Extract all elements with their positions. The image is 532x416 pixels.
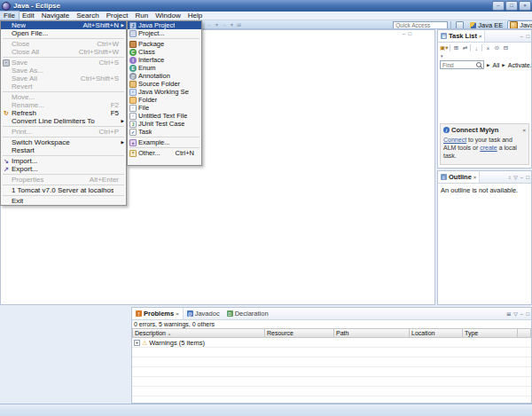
file-menu-item-1-tomcat-v7-0-server-at-localhost-se[interactable]: 1 Tomcat v7.0 Server at localhost [Se...… [1,186,126,194]
file-menu-item-close[interactable]: CloseCtrl+W [1,40,126,48]
search-icon[interactable]: ⊙ [493,44,500,51]
close-icon[interactable]: × [522,128,526,133]
column-header-description[interactable]: Description▲ [132,328,265,338]
menu-project[interactable]: Project [103,12,132,20]
quick-access-input[interactable] [393,21,448,29]
menu-navigate[interactable]: Navigate [38,12,74,20]
file-menu-item-move[interactable]: Move... [1,93,126,101]
minimize-icon[interactable]: − [520,34,524,39]
new-submenu-item-file[interactable]: File [128,104,201,112]
close-icon[interactable]: × [176,311,179,317]
tab-problems[interactable]: ! Problems × [132,308,184,319]
menu-item-label: JUnit Test Case [138,120,184,128]
file-menu-item-revert[interactable]: Revert [1,82,126,90]
file-menu-item-open-file[interactable]: Open File... [1,29,126,37]
file-menu-item-save-as[interactable]: Save As... [1,67,126,75]
tab-declaration[interactable]: D Declaration [223,308,272,319]
categorized-icon[interactable]: ⊞ [452,44,459,51]
problems-row-warnings[interactable]: +⚠Warnings (5 items) [132,338,531,348]
new-submenu-item-junit-test-case[interactable]: JUnit Test Case [128,120,201,128]
new-submenu-item-task[interactable]: Task [128,128,201,136]
tab-outline[interactable]: ≡ Outline × [438,171,480,183]
view-menu-icon[interactable]: ▽ [513,175,518,180]
minimize-window-button[interactable]: − [492,1,505,11]
file-menu-item-new[interactable]: NewAlt+Shift+N▶ [1,21,126,29]
dropdown-icon[interactable]: ▾ [215,22,218,27]
toolbar-overflow-chevron-icon[interactable]: ▾ [438,53,531,59]
perspective-java-button[interactable]: Java [507,20,532,29]
column-header-location[interactable]: Location [410,328,463,338]
collapse-all-icon[interactable]: ⊟ [502,44,509,51]
new-submenu-item-java-working-set[interactable]: Java Working Set [128,88,201,96]
file-menu-item-rename[interactable]: Rename...F2 [1,101,126,109]
tab-javadoc[interactable]: @ Javadoc [184,308,223,319]
open-perspective-button[interactable] [454,21,466,29]
new-submenu-item-example[interactable]: Example... [128,138,201,146]
new-task-icon[interactable]: ▣▾ [440,44,448,51]
file-menu-item-save[interactable]: SaveCtrl+S [1,59,126,67]
file-menu-item-exit[interactable]: Exit [1,197,126,205]
file-menu-item-convert-line-delimiters-to[interactable]: Convert Line Delimiters To▶ [1,117,126,125]
expander-icon[interactable]: + [134,340,140,346]
back-arrow-icon[interactable]: ← [207,22,212,27]
new-submenu-item-enum[interactable]: Enum [128,64,201,72]
menu-search[interactable]: Search [73,12,102,20]
close-icon[interactable]: × [473,175,477,180]
new-submenu-item-folder[interactable]: Folder [128,96,201,104]
close-icon[interactable]: × [479,34,482,39]
create-task-link[interactable]: create [480,145,497,151]
menu-window[interactable]: Window [152,12,184,20]
column-header-resource[interactable]: Resource [265,328,334,338]
new-submenu-item-annotation[interactable]: Annotation [128,72,201,80]
file-menu-item-import[interactable]: Import... [1,157,126,165]
column-header-type[interactable]: Type [463,328,518,338]
file-menu-item-refresh[interactable]: RefreshF5 [1,109,126,117]
filter-all-link[interactable]: All [492,62,499,68]
new-submenu-item-untitled-text-file[interactable]: Untitled Text File [128,112,201,120]
scheduled-icon[interactable]: ↓ [473,44,480,51]
new-submenu-item-other[interactable]: Other...Ctrl+N [128,149,201,157]
maximize-icon[interactable]: □ [408,31,411,36]
new-submenu-item-package[interactable]: Package [128,40,201,48]
file-menu-item-close-all[interactable]: Close AllCtrl+Shift+W [1,48,126,56]
dropdown-icon[interactable]: ▾ [231,22,233,27]
maximize-window-button[interactable]: □ [505,1,518,11]
file-menu-item-print[interactable]: Print...Ctrl+P [1,128,126,136]
filters-icon[interactable]: ⊞ [506,311,511,317]
activate-link[interactable]: Activate... [508,62,532,68]
minimize-icon[interactable]: − [520,175,524,180]
new-submenu-item-interface[interactable]: Interface [128,56,201,64]
new-submenu-item-source-folder[interactable]: Source Folder [128,80,201,88]
column-header-path[interactable]: Path [334,328,410,338]
mylyn-title: Connect Mylyn [451,126,498,134]
maximize-icon[interactable]: □ [526,311,529,317]
forward-arrow-icon[interactable]: → [222,22,227,27]
file-menu-item-export[interactable]: Export... [1,165,126,173]
minimize-icon[interactable]: − [403,31,406,36]
new-submenu-item-project[interactable]: Project... [128,29,201,37]
file-menu-item-switch-workspace[interactable]: Switch Workspace▶ [1,138,126,146]
delete-icon[interactable]: × [484,44,491,51]
file-menu-item-restart[interactable]: Restart [1,146,126,154]
synchronize-icon[interactable]: ⇄ [461,44,468,51]
menu-file[interactable]: File [0,12,19,20]
menu-run[interactable]: Run [132,12,153,20]
new-submenu-item-class[interactable]: Class [128,48,201,56]
menu-help[interactable]: Help [184,12,206,20]
perspective-java-ee-button[interactable]: Java EE [468,21,505,29]
file-menu-item-save-all[interactable]: Save AllCtrl+Shift+S [1,75,126,82]
tab-task-list[interactable]: ⊞ Task List × [438,30,485,42]
sort-icon[interactable]: ↕ [508,175,511,180]
menu-item-label: Untitled Text File [138,112,187,120]
toolbar-misc-icon[interactable]: ⊞ [237,22,241,27]
maximize-icon[interactable]: □ [526,34,529,39]
menu-edit[interactable]: Edit [19,12,38,20]
view-menu-icon[interactable]: ▽ [513,311,518,317]
new-submenu-item-java-project[interactable]: Java Project [128,21,201,29]
minimize-icon[interactable]: − [520,311,524,317]
file-menu-item-properties[interactable]: PropertiesAlt+Enter [1,176,126,184]
connect-link[interactable]: Connect [443,137,466,143]
empty-table-row [132,387,531,396]
close-window-button[interactable]: × [519,1,531,11]
maximize-icon[interactable]: □ [526,175,529,180]
